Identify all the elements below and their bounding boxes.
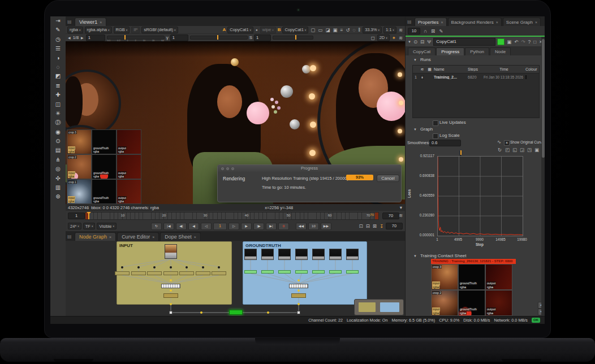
channel-tool-icon[interactable]: ☰ <box>50 44 66 53</box>
wipe-overlay-icon[interactable]: ◪ <box>325 27 330 33</box>
tab-properties[interactable]: Properties × <box>415 18 447 26</box>
key-icon[interactable]: Ψ <box>426 39 432 45</box>
read-node[interactable] <box>261 249 274 260</box>
frame-drop-icon[interactable]: ↧ <box>379 223 384 229</box>
fps-dropdown[interactable]: 24*▾ <box>68 223 81 229</box>
copycat-node[interactable] <box>229 310 243 315</box>
sat-input[interactable]: 1 <box>254 34 271 41</box>
frame-ruler[interactable]: 70 10 20 30 40 50 60 70 <box>85 212 379 220</box>
edge-marker[interactable] <box>170 279 172 281</box>
merge-tool-icon[interactable]: ≣ <box>50 81 66 90</box>
input-process-toggle[interactable]: IP <box>131 27 140 33</box>
shuffle-green-node[interactable] <box>346 270 359 274</box>
frame-increment-input[interactable]: 10 <box>308 223 319 230</box>
particles-tool-icon[interactable]: ✳ <box>50 109 66 118</box>
node-graph-canvas[interactable]: INPUT GROUNDTRUTH <box>66 241 405 316</box>
traffic-minimize-icon[interactable] <box>226 167 229 170</box>
contactsheet-node[interactable] <box>289 284 308 288</box>
redo-icon[interactable]: ↷ <box>520 39 525 45</box>
dot-node[interactable] <box>170 266 172 268</box>
pane-grip-icon[interactable]: ▤ <box>67 233 73 240</box>
max-panels-input[interactable]: 10 <box>408 28 420 34</box>
sheet-cell-input[interactable]: crop 2 inputrgba <box>431 290 458 316</box>
center-node-icon[interactable]: ⊙ <box>413 39 418 45</box>
edge-marker[interactable] <box>298 289 300 292</box>
views-tool-icon[interactable]: ◉ <box>50 128 66 137</box>
wipe-center-icon[interactable]: ● <box>255 27 258 33</box>
row-grip-icon[interactable]: ≋ <box>398 213 403 218</box>
tab-background-renders[interactable]: Background Renders × <box>448 18 502 26</box>
playhead[interactable] <box>88 213 89 219</box>
range-end-input-2[interactable]: 70 <box>386 223 403 229</box>
read-node[interactable] <box>165 244 177 259</box>
range-start-input[interactable]: 1 <box>68 213 85 219</box>
wire-marker[interactable] <box>267 311 269 314</box>
row-grip-icon[interactable]: ≋ <box>398 35 403 41</box>
range-first-icon[interactable]: ⊡ <box>359 223 364 229</box>
sheet-cell-output[interactable]: outputrgba <box>485 264 512 290</box>
fstop-down-icon[interactable]: ◀ <box>67 35 71 41</box>
ofx-tool-icon[interactable]: ✣ <box>50 174 66 183</box>
visibility-dropdown[interactable]: Visible▾ <box>97 223 116 229</box>
view-mode-dropdown[interactable]: 2D▾ <box>377 34 390 41</box>
jump-forward-button[interactable]: ▶▶ <box>321 223 331 230</box>
read-node[interactable] <box>346 249 359 260</box>
minimize-icon[interactable]: ⊟ <box>420 39 425 45</box>
goto-end-button[interactable]: ▶| <box>266 223 277 230</box>
edge-marker[interactable] <box>298 303 300 305</box>
sheet-cell-groundtruth[interactable]: groundTruthrgba <box>458 290 485 316</box>
traffic-zoom-icon[interactable] <box>231 167 234 170</box>
dot-node[interactable] <box>153 266 156 268</box>
proxy-ratio-dropdown[interactable]: 1:1▾ <box>383 27 396 33</box>
wire-endpoint[interactable] <box>297 311 300 314</box>
range-second-icon[interactable]: ⊟ <box>365 223 370 229</box>
loop-mode-button[interactable]: ↻ <box>151 223 162 230</box>
run-colour-swatch[interactable] <box>525 75 527 79</box>
traffic-close-icon[interactable] <box>221 167 224 170</box>
copy-icon[interactable]: □ <box>533 39 537 45</box>
channels-strip-icon[interactable]: ≡ <box>339 27 343 33</box>
next-keyframe-button[interactable]: |▶ <box>253 223 264 230</box>
loss-chart[interactable]: Loss 0.921117 0.690838 0.460559 0.230280… <box>406 152 545 249</box>
smoothness-input[interactable]: 0.6 <box>429 140 461 146</box>
collapse-icon[interactable]: ▼ <box>408 40 411 44</box>
close-icon[interactable]: × <box>152 235 154 239</box>
3d-tool-icon[interactable]: ◫ <box>50 100 66 109</box>
goto-start-button[interactable]: |◀ <box>163 223 174 230</box>
image-tool-icon[interactable]: ⇥ <box>50 16 66 25</box>
draw-tool-icon[interactable]: ✎ <box>50 25 66 34</box>
toolsets-tool-icon[interactable]: ▤ <box>50 146 66 155</box>
cliptest-icon[interactable]: ▣ <box>332 27 338 33</box>
layer-dropdown[interactable]: rgba▾ <box>67 27 83 33</box>
fstop-up-icon[interactable]: ▶ <box>80 35 84 41</box>
shuffle-green-node[interactable] <box>312 270 325 274</box>
viewer-lut-dropdown[interactable]: sRGBf (default)▾ <box>141 27 178 33</box>
close-icon[interactable]: × <box>441 20 443 24</box>
filter-tool-icon[interactable]: ◌ <box>50 63 66 72</box>
node-graph-minimap[interactable] <box>354 299 404 315</box>
gamma-slider-handle[interactable] <box>217 35 218 40</box>
crop-node[interactable] <box>179 271 194 275</box>
cancel-button[interactable]: Cancel <box>377 175 399 182</box>
sheet-cell-input[interactable]: crop 3 inputrgba <box>431 264 458 290</box>
viewer-tab[interactable]: Viewer1 × <box>75 18 106 26</box>
shuffle-green-node[interactable] <box>295 270 308 274</box>
pane-grip-icon[interactable]: ▤ <box>67 19 73 25</box>
stop-button[interactable]: 0 <box>278 223 289 230</box>
read-node[interactable] <box>312 249 325 260</box>
close-icon[interactable]: × <box>194 235 196 239</box>
deep-tool-icon[interactable]: Ⓓ <box>50 118 66 127</box>
wire-endpoint[interactable] <box>169 311 173 314</box>
edge-marker[interactable] <box>170 289 172 292</box>
shuffle-green-node[interactable] <box>244 270 257 274</box>
show-original-checkbox[interactable]: × <box>504 140 510 146</box>
dot-node[interactable] <box>137 266 140 268</box>
tab-scene-graph[interactable]: Scene Graph × <box>503 18 541 26</box>
pause-icon[interactable]: ‖ <box>358 27 361 33</box>
prev-keyframe-button[interactable]: ◀| <box>176 223 187 230</box>
crop-node[interactable] <box>196 271 210 275</box>
tab-curve-editor[interactable]: Curve Editor × <box>117 232 159 241</box>
range-end-input[interactable]: 70 <box>382 213 399 219</box>
lock-icon[interactable]: ∩ <box>423 28 428 34</box>
gamma-slider[interactable] <box>190 36 248 40</box>
